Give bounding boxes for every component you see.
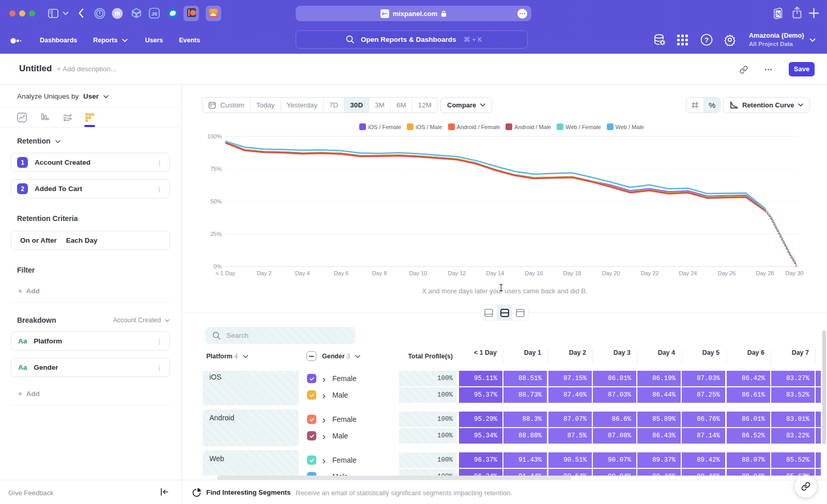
svg-text:Day 2: Day 2 <box>257 270 272 276</box>
svg-text:50%: 50% <box>210 198 222 204</box>
svg-text:?: ? <box>705 36 709 44</box>
svg-text:m: m <box>115 10 120 17</box>
svg-text:Day 10: Day 10 <box>409 270 427 276</box>
svg-text:Day 18: Day 18 <box>563 270 581 276</box>
svg-text:Day 4: Day 4 <box>295 270 310 276</box>
svg-text:Day 6: Day 6 <box>334 270 349 276</box>
svg-text:Day 24: Day 24 <box>679 270 697 276</box>
svg-text:Day 14: Day 14 <box>486 270 504 276</box>
svg-text:Day 30: Day 30 <box>786 270 804 276</box>
svg-text:Day 20: Day 20 <box>602 270 620 276</box>
svg-text:JS: JS <box>151 11 158 17</box>
svg-text:25%: 25% <box>210 231 222 237</box>
svg-text:0%: 0% <box>213 263 222 270</box>
svg-text:< 1 Day: < 1 Day <box>216 270 236 276</box>
svg-text:Day 28: Day 28 <box>756 270 774 276</box>
svg-text:75%: 75% <box>210 166 222 172</box>
svg-text:100%: 100% <box>207 133 222 139</box>
svg-text:N: N <box>776 11 780 17</box>
svg-text:Day 22: Day 22 <box>641 270 659 276</box>
svg-text:Day 16: Day 16 <box>525 270 543 276</box>
svg-text:Day 26: Day 26 <box>718 270 736 276</box>
svg-text:Day 12: Day 12 <box>448 270 466 276</box>
svg-text:Day 8: Day 8 <box>372 270 387 276</box>
